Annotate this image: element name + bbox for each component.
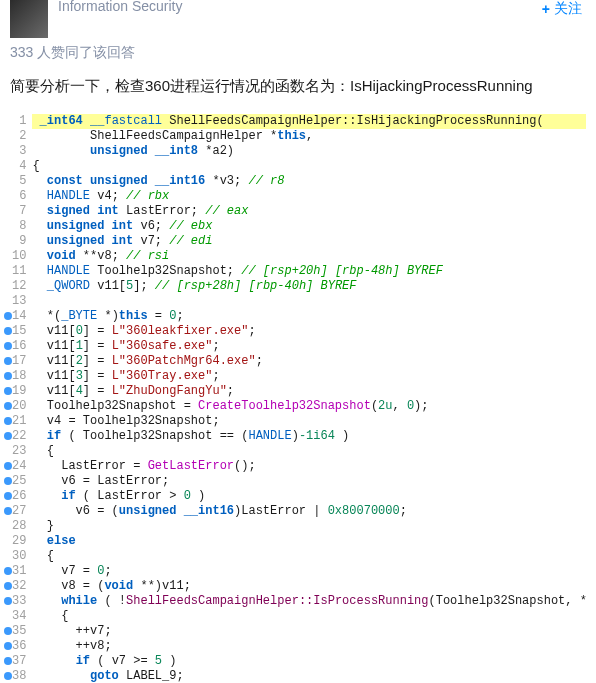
- line-number: 1: [12, 114, 26, 129]
- breakpoint-icon: [4, 657, 12, 665]
- code-line: if ( Toolhelp32Snapshot == (HANDLE)-1i64…: [32, 429, 586, 444]
- breakpoint-icon: [4, 327, 12, 335]
- breakpoint-icon: [4, 417, 12, 425]
- breakpoint-icon: [4, 432, 12, 440]
- code-line: unsigned int v7; // edi: [32, 234, 586, 249]
- code-line: Toolhelp32Snapshot = CreateToolhelp32Sna…: [32, 399, 586, 414]
- line-number: 12: [12, 279, 26, 294]
- line-number: 28: [12, 519, 26, 534]
- breakpoint-icon: [4, 582, 12, 590]
- code-line: v11[3] = L"360Tray.exe";: [32, 369, 586, 384]
- answer-paragraph: 简要分析一下，检查360进程运行情况的函数名为：IsHijackingProce…: [0, 74, 596, 114]
- code-line: {: [32, 159, 586, 174]
- code-source: _int64 __fastcall ShellFeedsCampaignHelp…: [32, 114, 586, 683]
- line-number: 32: [12, 579, 26, 594]
- line-number: 7: [12, 204, 26, 219]
- line-number: 22: [12, 429, 26, 444]
- line-number: 2: [12, 129, 26, 144]
- code-line: v8 = (void **)v11;: [32, 579, 586, 594]
- plus-icon: +: [542, 1, 550, 17]
- code-line: v11[0] = L"360leakfixer.exe";: [32, 324, 586, 339]
- upvote-count[interactable]: 333 人赞同了该回答: [0, 44, 596, 74]
- breakpoint-icon: [4, 492, 12, 500]
- code-line: if ( LastError > 0 ): [32, 489, 586, 504]
- follow-button[interactable]: + 关注: [538, 0, 586, 18]
- code-line: LastError = GetLastError();: [32, 459, 586, 474]
- code-line: while ( !ShellFeedsCampaignHelper::IsPro…: [32, 594, 586, 609]
- code-line: ++v7;: [32, 624, 586, 639]
- code-line: }: [32, 519, 586, 534]
- breakpoint-icon: [4, 312, 12, 320]
- code-line: else: [32, 534, 586, 549]
- line-number: 14: [12, 309, 26, 324]
- line-number: 31: [12, 564, 26, 579]
- line-number: 11: [12, 264, 26, 279]
- code-line: const unsigned __int16 *v3; // r8: [32, 174, 586, 189]
- code-line: *(_BYTE *)this = 0;: [32, 309, 586, 324]
- line-number: 10: [12, 249, 26, 264]
- line-number: 29: [12, 534, 26, 549]
- code-line: v7 = 0;: [32, 564, 586, 579]
- line-number: 27: [12, 504, 26, 519]
- code-line: v11[1] = L"360safe.exe";: [32, 339, 586, 354]
- code-line: if ( v7 >= 5 ): [32, 654, 586, 669]
- code-line: {: [32, 549, 586, 564]
- code-line: HANDLE Toolhelp32Snapshot; // [rsp+20h] …: [32, 264, 586, 279]
- line-number: 38: [12, 669, 26, 683]
- line-number: 20: [12, 399, 26, 414]
- line-number: 35: [12, 624, 26, 639]
- breakpoint-icon: [4, 507, 12, 515]
- breakpoint-icon: [4, 672, 12, 680]
- line-number: 8: [12, 219, 26, 234]
- breakpoint-icon: [4, 477, 12, 485]
- code-line: unsigned __int8 *a2): [32, 144, 586, 159]
- line-number: 9: [12, 234, 26, 249]
- code-line: v11[4] = L"ZhuDongFangYu";: [32, 384, 586, 399]
- breakpoint-icon: [4, 462, 12, 470]
- breakpoint-icon: [4, 372, 12, 380]
- line-number: 15: [12, 324, 26, 339]
- line-number: 4: [12, 159, 26, 174]
- line-number: 30: [12, 549, 26, 564]
- breakpoint-icon: [4, 642, 12, 650]
- code-line: _int64 __fastcall ShellFeedsCampaignHelp…: [32, 114, 586, 129]
- code-block: 1234567891011121314151617181920212223242…: [10, 114, 586, 683]
- answer-header: Information Security + 关注: [0, 0, 596, 44]
- line-number: 5: [12, 174, 26, 189]
- breakpoint-icon: [4, 627, 12, 635]
- author-meta: Information Security: [58, 0, 538, 14]
- code-line: v11[2] = L"360PatchMgr64.exe";: [32, 354, 586, 369]
- line-number: 26: [12, 489, 26, 504]
- line-number: 33: [12, 594, 26, 609]
- code-line: _QWORD v11[5]; // [rsp+28h] [rbp-40h] BY…: [32, 279, 586, 294]
- code-line: [32, 294, 586, 309]
- author-headline: Information Security: [58, 0, 538, 14]
- breakpoint-icon: [4, 387, 12, 395]
- line-number: 3: [12, 144, 26, 159]
- breakpoint-icon: [4, 597, 12, 605]
- code-line: v6 = (unsigned __int16)LastError | 0x800…: [32, 504, 586, 519]
- line-number: 19: [12, 384, 26, 399]
- line-number: 18: [12, 369, 26, 384]
- breakpoint-icon: [4, 342, 12, 350]
- line-number: 13: [12, 294, 26, 309]
- line-number: 24: [12, 459, 26, 474]
- code-line: signed int LastError; // eax: [32, 204, 586, 219]
- code-line: v4 = Toolhelp32Snapshot;: [32, 414, 586, 429]
- code-line: HANDLE v4; // rbx: [32, 189, 586, 204]
- line-number: 16: [12, 339, 26, 354]
- code-line: ShellFeedsCampaignHelper *this,: [32, 129, 586, 144]
- line-number: 17: [12, 354, 26, 369]
- breakpoint-icon: [4, 357, 12, 365]
- line-number: 36: [12, 639, 26, 654]
- avatar[interactable]: [10, 0, 48, 38]
- code-line: v6 = LastError;: [32, 474, 586, 489]
- breakpoint-icon: [4, 567, 12, 575]
- line-number: 25: [12, 474, 26, 489]
- code-line: void **v8; // rsi: [32, 249, 586, 264]
- line-number-gutter: 1234567891011121314151617181920212223242…: [10, 114, 32, 683]
- code-line: {: [32, 444, 586, 459]
- code-line: {: [32, 609, 586, 624]
- code-line: goto LABEL_9;: [32, 669, 586, 683]
- line-number: 21: [12, 414, 26, 429]
